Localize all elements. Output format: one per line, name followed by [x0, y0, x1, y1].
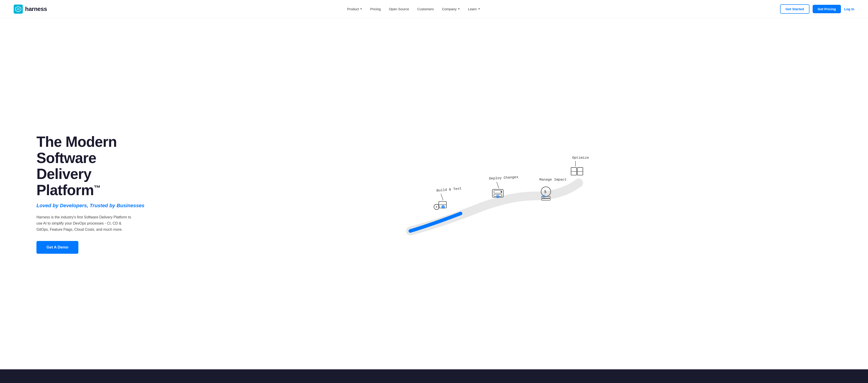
hero-description: Harness is the industry's first Software…	[36, 214, 132, 233]
pipeline-illustration: Build & Test Deploy Changes	[155, 139, 841, 248]
hero-section: The Modern Software Delivery Platform™ L…	[0, 18, 868, 369]
get-pricing-button[interactable]: Get Pricing	[813, 5, 841, 13]
get-demo-button[interactable]: Get A Demo	[36, 241, 79, 254]
chevron-down-icon	[478, 8, 480, 9]
nav-item-pricing[interactable]: Pricing	[370, 7, 381, 11]
svg-text:$: $	[544, 189, 547, 194]
chevron-down-icon	[458, 8, 460, 9]
nav-item-customers[interactable]: Customers	[417, 7, 434, 11]
stage-build-test: Build & Test	[434, 186, 462, 209]
log-in-button[interactable]: Log In	[844, 7, 854, 11]
svg-point-26	[496, 195, 499, 198]
nav-item-learn[interactable]: Learn	[468, 7, 480, 11]
get-started-button[interactable]: Get Started	[780, 4, 809, 14]
harness-logo-icon	[14, 5, 23, 14]
stage-optimize: Optimize	[571, 156, 589, 175]
svg-text:Optimize: Optimize	[572, 156, 589, 160]
navbar: harness Product Pricing Open Source Cust…	[0, 0, 868, 18]
svg-line-9	[497, 182, 499, 188]
svg-rect-11	[494, 190, 502, 193]
svg-text:Build & Test: Build & Test	[436, 186, 462, 193]
logo-link[interactable]: harness	[14, 5, 47, 14]
footer-bar	[0, 369, 868, 383]
nav-item-product[interactable]: Product	[347, 7, 362, 11]
nav-item-company[interactable]: Company	[442, 7, 460, 11]
nav-cta: Get Started Get Pricing Log In	[780, 4, 854, 14]
svg-line-2	[441, 194, 443, 200]
logo-text: harness	[25, 5, 47, 12]
svg-point-25	[441, 205, 445, 209]
hero-content: The Modern Software Delivery Platform™ L…	[36, 134, 146, 254]
hero-illustration: Build & Test Deploy Changes	[155, 139, 841, 248]
nav-item-open-source[interactable]: Open Source	[389, 7, 409, 11]
svg-text:Manage Impact: Manage Impact	[539, 178, 566, 182]
nav-links: Product Pricing Open Source Customers Co…	[347, 7, 480, 11]
svg-point-12	[500, 191, 502, 193]
svg-text:Deploy Changes: Deploy Changes	[489, 175, 519, 181]
chevron-down-icon	[360, 8, 362, 9]
hero-subtitle: Loved by Developers, Trusted by Business…	[36, 203, 146, 209]
svg-point-27	[542, 195, 546, 198]
hero-title: The Modern Software Delivery Platform™	[36, 134, 146, 198]
